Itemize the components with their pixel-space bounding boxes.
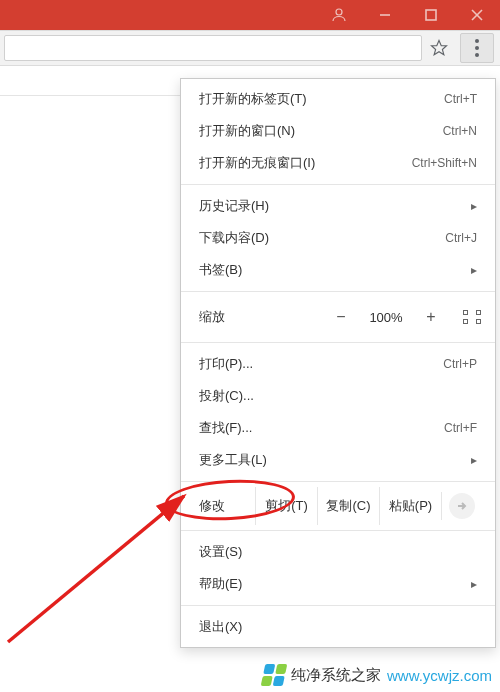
zoom-value: 100% xyxy=(359,310,413,325)
share-arrow-icon xyxy=(456,500,468,512)
menu-label: 打开新的标签页(T) xyxy=(199,90,307,108)
zoom-out-button[interactable]: − xyxy=(323,308,359,326)
zoom-in-button[interactable]: + xyxy=(413,308,449,326)
menu-label: 帮助(E) xyxy=(199,575,242,593)
menu-separator xyxy=(181,605,495,606)
menu-item-bookmarks[interactable]: 书签(B) ▸ xyxy=(181,254,495,286)
address-bar xyxy=(0,30,500,66)
menu-shortcut: Ctrl+P xyxy=(443,357,477,371)
watermark-logo-icon xyxy=(261,664,288,686)
menu-shortcut: Ctrl+N xyxy=(443,124,477,138)
watermark: 纯净系统之家 www.ycwjz.com xyxy=(263,664,492,686)
menu-item-downloads[interactable]: 下载内容(D) Ctrl+J xyxy=(181,222,495,254)
cut-button[interactable]: 剪切(T) xyxy=(255,487,317,525)
menu-item-new-tab[interactable]: 打开新的标签页(T) Ctrl+T xyxy=(181,83,495,115)
fullscreen-icon xyxy=(463,310,481,324)
share-button[interactable] xyxy=(441,492,481,520)
submenu-arrow-icon: ▸ xyxy=(471,199,477,213)
menu-separator xyxy=(181,342,495,343)
svg-marker-5 xyxy=(432,41,447,55)
menu-item-history[interactable]: 历史记录(H) ▸ xyxy=(181,190,495,222)
paste-button[interactable]: 粘贴(P) xyxy=(379,487,441,525)
watermark-suffix: www.ycwjz.com xyxy=(387,667,492,684)
menu-label: 下载内容(D) xyxy=(199,229,269,247)
watermark-text: 纯净系统之家 xyxy=(291,666,381,685)
chrome-menu-button[interactable] xyxy=(460,33,494,63)
menu-item-cast[interactable]: 投射(C)... xyxy=(181,380,495,412)
submenu-arrow-icon: ▸ xyxy=(471,263,477,277)
menu-separator xyxy=(181,184,495,185)
svg-line-6 xyxy=(8,496,184,642)
menu-item-more-tools[interactable]: 更多工具(L) ▸ xyxy=(181,444,495,476)
menu-item-new-window[interactable]: 打开新的窗口(N) Ctrl+N xyxy=(181,115,495,147)
menu-label: 查找(F)... xyxy=(199,419,252,437)
chrome-main-menu: 打开新的标签页(T) Ctrl+T 打开新的窗口(N) Ctrl+N 打开新的无… xyxy=(180,78,496,648)
window-titlebar xyxy=(0,0,500,30)
menu-item-find[interactable]: 查找(F)... Ctrl+F xyxy=(181,412,495,444)
menu-separator xyxy=(181,481,495,482)
menu-item-edit: 修改 剪切(T) 复制(C) 粘贴(P) xyxy=(181,487,495,525)
menu-label: 历史记录(H) xyxy=(199,197,269,215)
submenu-arrow-icon: ▸ xyxy=(471,453,477,467)
menu-label: 更多工具(L) xyxy=(199,451,267,469)
user-profile-button[interactable] xyxy=(316,0,362,30)
maximize-button[interactable] xyxy=(408,0,454,30)
menu-item-help[interactable]: 帮助(E) ▸ xyxy=(181,568,495,600)
annotation-arrow xyxy=(0,410,210,650)
svg-point-0 xyxy=(336,9,342,15)
menu-separator xyxy=(181,291,495,292)
menu-item-zoom: 缩放 − 100% + xyxy=(181,297,495,337)
menu-label: 打印(P)... xyxy=(199,355,253,373)
menu-separator xyxy=(181,530,495,531)
menu-shortcut: Ctrl+J xyxy=(445,231,477,245)
zoom-label: 缩放 xyxy=(199,308,323,326)
menu-item-settings[interactable]: 设置(S) xyxy=(181,536,495,568)
kebab-icon xyxy=(475,39,479,57)
page-content-strip xyxy=(0,66,180,96)
close-window-button[interactable] xyxy=(454,0,500,30)
copy-button[interactable]: 复制(C) xyxy=(317,487,379,525)
svg-rect-2 xyxy=(426,10,436,20)
menu-label: 书签(B) xyxy=(199,261,242,279)
menu-label: 打开新的窗口(N) xyxy=(199,122,295,140)
menu-item-new-incognito[interactable]: 打开新的无痕窗口(I) Ctrl+Shift+N xyxy=(181,147,495,179)
bookmark-star-button[interactable] xyxy=(422,33,456,63)
menu-label: 打开新的无痕窗口(I) xyxy=(199,154,315,172)
submenu-arrow-icon: ▸ xyxy=(471,577,477,591)
menu-label: 退出(X) xyxy=(199,618,242,636)
menu-label: 投射(C)... xyxy=(199,387,254,405)
minimize-button[interactable] xyxy=(362,0,408,30)
menu-item-print[interactable]: 打印(P)... Ctrl+P xyxy=(181,348,495,380)
url-input[interactable] xyxy=(4,35,422,61)
fullscreen-button[interactable] xyxy=(449,310,495,324)
menu-shortcut: Ctrl+T xyxy=(444,92,477,106)
menu-shortcut: Ctrl+Shift+N xyxy=(412,156,477,170)
menu-shortcut: Ctrl+F xyxy=(444,421,477,435)
edit-label: 修改 xyxy=(199,497,255,515)
menu-item-exit[interactable]: 退出(X) xyxy=(181,611,495,643)
menu-label: 设置(S) xyxy=(199,543,242,561)
